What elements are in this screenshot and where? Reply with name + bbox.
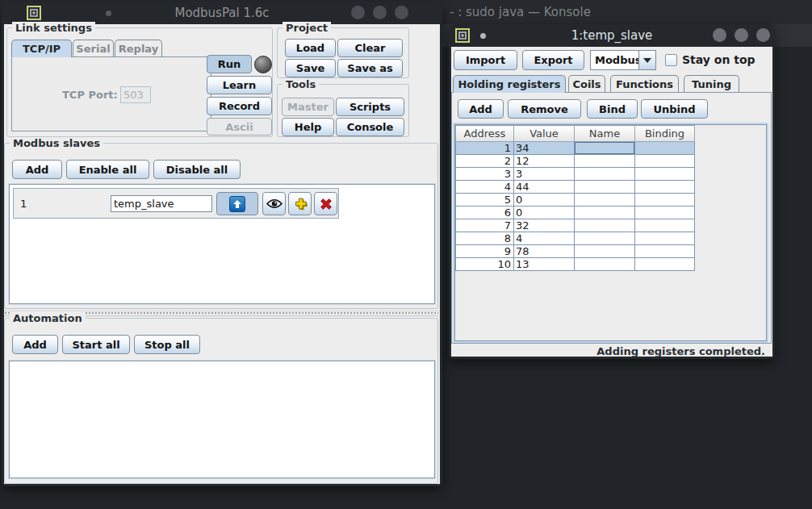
register-bind-button[interactable]: Bind (587, 99, 638, 119)
close-button[interactable] (756, 28, 770, 42)
cell-address[interactable]: 9 (456, 245, 514, 258)
cell-name[interactable] (575, 168, 635, 181)
console-button[interactable]: Console (336, 118, 404, 136)
cell-address[interactable]: 8 (456, 232, 514, 245)
slave-automation-button[interactable] (288, 192, 312, 215)
cell-address[interactable]: 6 (456, 207, 514, 219)
tab-coils[interactable]: Coils (568, 75, 605, 92)
maximize-button[interactable] (735, 28, 748, 42)
clear-button[interactable]: Clear (337, 39, 403, 57)
tab-replay[interactable]: Replay (115, 40, 162, 56)
cell-binding[interactable] (635, 245, 695, 258)
cell-binding[interactable] (635, 258, 695, 271)
cell-binding[interactable] (635, 181, 695, 194)
register-row[interactable]: 444 (456, 181, 695, 194)
registers-scrollpane[interactable]: Address Value Name Binding 1342123344450… (453, 123, 768, 343)
cell-value[interactable]: 13 (514, 258, 575, 271)
register-row[interactable]: 60 (456, 207, 695, 219)
register-row[interactable]: 33 (456, 168, 695, 181)
stay-on-top-checkbox[interactable] (665, 54, 677, 66)
slave-add-button[interactable]: Add (12, 160, 62, 179)
cell-binding[interactable] (635, 142, 695, 155)
export-button[interactable]: Export (522, 50, 584, 70)
cell-name[interactable] (575, 155, 635, 168)
register-add-button[interactable]: Add (458, 99, 504, 119)
help-button[interactable]: Help (282, 118, 334, 136)
learn-button[interactable]: Learn (207, 76, 272, 94)
ascii-button[interactable]: Ascii (207, 118, 272, 136)
register-row[interactable]: 732 (456, 219, 695, 232)
minimize-button[interactable] (713, 28, 726, 42)
cell-value[interactable]: 32 (514, 219, 575, 232)
minimize-button[interactable] (351, 6, 365, 19)
cell-address[interactable]: 5 (456, 194, 514, 207)
close-button[interactable] (395, 6, 408, 19)
register-remove-button[interactable]: Remove (508, 99, 581, 119)
modbuspal-titlebar[interactable]: ModbusPal 1.6c (2, 2, 442, 24)
cell-value[interactable]: 0 (514, 194, 575, 207)
tab-functions[interactable]: Functions (610, 75, 679, 92)
load-button[interactable]: Load (285, 39, 336, 57)
cell-value[interactable]: 4 (514, 232, 575, 245)
automation-add-button[interactable]: Add (12, 335, 58, 354)
slave-name-input[interactable] (111, 195, 212, 212)
cell-name[interactable] (575, 142, 635, 155)
disable-all-button[interactable]: Disable all (153, 160, 241, 179)
register-row[interactable]: 134 (456, 142, 695, 155)
registers-table[interactable]: Address Value Name Binding 1342123344450… (455, 125, 695, 271)
cell-name[interactable] (575, 258, 635, 271)
cell-value[interactable]: 78 (514, 245, 575, 258)
stop-all-button[interactable]: Stop all (134, 335, 200, 354)
slave-show-button[interactable] (262, 192, 286, 215)
tcp-port-input[interactable] (120, 86, 151, 103)
cell-name[interactable] (575, 194, 635, 207)
start-all-button[interactable]: Start all (62, 335, 130, 354)
cell-binding[interactable] (635, 207, 695, 219)
tab-holding-registers[interactable]: Holding registers (453, 75, 566, 93)
slave-editor-titlebar[interactable]: 1:temp_slave (449, 24, 775, 47)
cell-address[interactable]: 7 (456, 219, 514, 232)
cell-address[interactable]: 3 (456, 168, 514, 181)
register-row[interactable]: 978 (456, 245, 695, 258)
register-row[interactable]: 1013 (456, 258, 695, 271)
cell-name[interactable] (575, 219, 635, 232)
register-unbind-button[interactable]: Unbind (641, 99, 708, 119)
slave-enable-toggle[interactable] (216, 192, 258, 215)
cell-binding[interactable] (635, 219, 695, 232)
cell-value[interactable]: 34 (514, 142, 575, 155)
register-row[interactable]: 84 (456, 232, 695, 245)
cell-binding[interactable] (635, 194, 695, 207)
maximize-button[interactable] (373, 6, 387, 19)
import-button[interactable]: Import (454, 50, 517, 70)
cell-name[interactable] (575, 245, 635, 258)
tab-tuning[interactable]: Tuning (684, 75, 739, 92)
record-button[interactable]: Record (207, 97, 272, 115)
master-button[interactable]: Master (282, 98, 334, 116)
cell-address[interactable]: 1 (456, 142, 514, 155)
implementation-combobox[interactable]: Modbus (590, 50, 656, 70)
column-header-address[interactable]: Address (456, 126, 514, 142)
slave-row[interactable]: 1 (13, 188, 339, 219)
tab-tcpip[interactable]: TCP/IP (11, 40, 72, 57)
cell-address[interactable]: 10 (456, 258, 514, 271)
chevron-down-icon[interactable] (638, 50, 656, 70)
cell-value[interactable]: 44 (514, 181, 575, 194)
cell-binding[interactable] (635, 168, 695, 181)
tab-serial[interactable]: Serial (73, 40, 114, 56)
enable-all-button[interactable]: Enable all (66, 160, 149, 179)
cell-name[interactable] (575, 232, 635, 245)
register-row[interactable]: 50 (456, 194, 695, 207)
scripts-button[interactable]: Scripts (336, 98, 404, 116)
save-button[interactable]: Save (285, 59, 336, 77)
cell-value[interactable]: 12 (514, 155, 575, 168)
run-button[interactable]: Run (207, 55, 252, 73)
register-row[interactable]: 212 (456, 155, 695, 168)
cell-value[interactable]: 0 (514, 207, 575, 219)
cell-value[interactable]: 3 (514, 168, 575, 181)
cell-binding[interactable] (635, 232, 695, 245)
save-as-button[interactable]: Save as (337, 59, 403, 77)
column-header-name[interactable]: Name (575, 126, 635, 142)
column-header-value[interactable]: Value (514, 126, 575, 142)
cell-name[interactable] (575, 181, 635, 194)
column-header-binding[interactable]: Binding (635, 126, 695, 142)
